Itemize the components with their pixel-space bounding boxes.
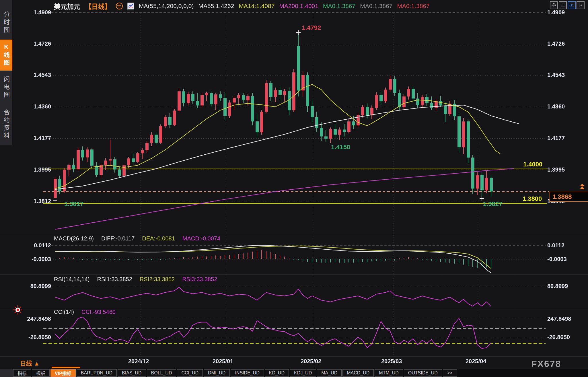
price-label-left: 1.4177 [25,135,51,141]
macd-axis-left: -0.0003 [25,256,51,263]
macd-title-row: MACD(26,12,9) DIFF:-0.0117 DEA:-0.0081 M… [54,235,220,242]
rsi-axis-left: 80.8999 [25,283,51,289]
ma55-value: MA55:1.4262 [198,3,234,9]
price-label-right: 1.4177 [547,135,565,141]
current-period-label[interactable]: 日线 ▲ [20,359,40,367]
auto-scale-icon[interactable] [568,1,576,9]
price-label-left: 1.3812 [25,198,51,205]
sidebar-item-lightning-chart[interactable]: 闪电图 [0,72,12,103]
date-label: 2025/03 [381,358,402,365]
axis-scale-icon[interactable] [559,1,567,9]
level-label-upper: 1.4000 [523,161,542,168]
tab-boll-ud[interactable]: BOLL_UD [147,369,176,377]
macd-diff-value: DIFF:-0.0117 [101,235,135,242]
macd-axis-right: 0.0112 [547,242,564,249]
price-label-left: 1.4360 [25,103,51,110]
indicator-tab-bar: 指标 模板 VIP指标 BARUPDN_UD BIAS_UD BOLL_UD C… [0,369,588,377]
annotation-right-low: 1.3827 [483,200,502,208]
chart-window: 分时图 K线图 闪电图 合约资料 美元加元 【日线】 MA(55,14,200,… [0,0,588,377]
circle-plus-icon[interactable] [116,3,123,9]
sidebar: 分时图 K线图 闪电图 合约资料 [0,0,12,145]
price-label-right: 1.4726 [547,40,565,47]
tab-bias-ud[interactable]: BIAS_UD [118,369,146,377]
candlestick-chart-canvas[interactable] [0,0,588,377]
ma14-value: MA14:1.4087 [239,3,274,9]
cci-axis-right: -26.8650 [547,334,570,341]
tab-indicator[interactable]: 指标 [13,369,31,377]
price-label-right: 1.4360 [547,103,565,110]
tab-dmi-ud[interactable]: DMI_UD [204,369,230,377]
tab-template[interactable]: 模板 [32,369,50,377]
sidebar-item-candle-chart[interactable]: K线图 [0,40,12,71]
annotation-left-low: 1.3817 [64,200,83,208]
rsi-axis-right: 80.8999 [547,283,568,289]
date-label: 2025/01 [213,358,233,365]
rsi-title-row: RSI(14,14,14) RSI1:33.3852 RSI2:33.3852 … [54,276,217,283]
ma200-value: MA200:1.4001 [279,3,318,9]
cci-axis-left: -26.8650 [25,334,51,341]
tab-inside-ud[interactable]: INSIDE_UD [231,369,264,377]
price-label-right: 1.3995 [547,166,565,173]
tab-kdj-ud[interactable]: KDJ_UD [290,369,316,377]
date-label: 2025/02 [301,358,321,365]
tab-mtm-ud[interactable]: MTM_UD [375,369,403,377]
ma0-value-green: MA0:1.3867 [323,3,355,9]
sidebar-item-time-chart[interactable]: 分时图 [0,7,12,38]
date-label: 2024/12 [128,358,149,365]
price-label-left: 1.3995 [25,166,51,173]
ma0-value-gray: MA0:1.3867 [360,3,392,9]
horizontal-scrollbar[interactable] [52,367,80,368]
cci-title-row: CCI(14) CCI:-93.5460 [54,309,116,315]
period-tag: 【日线】 [85,1,111,11]
macd-macd-value: MACD:-0.0074 [182,235,220,242]
cci-value: CCI:-93.5460 [81,309,116,315]
tab-ma-ud[interactable]: MA_UD [317,369,342,377]
rsi2-value: RSI2:33.3852 [140,276,175,283]
rsi-params: RSI(14,14,14) [54,276,90,283]
date-label: 2025/04 [466,358,486,365]
rsi1-value: RSI1:33.3852 [97,276,132,283]
cci-axis-left: 247.8498 [25,316,51,322]
tab-outside-ud[interactable]: OUTSIDE_UD [404,369,442,377]
price-label-left: 1.4909 [25,9,51,16]
annotation-high: 1.4792 [302,24,321,32]
record-indicator-icon[interactable] [13,305,23,316]
symbol-name: 美元加元 [54,1,80,11]
annotation-mid-low: 1.4150 [331,143,350,151]
chart-style-icon[interactable] [127,3,134,9]
price-label-left: 1.4726 [25,40,51,47]
macd-axis-left: 0.0112 [25,242,51,249]
shift-right-icon[interactable] [577,1,585,9]
tab-macd-ud[interactable]: MACD_UD [342,369,374,377]
macd-params: MACD(26,12,9) [54,235,94,242]
price-label-left: 1.4543 [25,72,51,78]
tab-barupdn-ud[interactable]: BARUPDN_UD [77,369,117,377]
tab-vip-indicator[interactable]: VIP指标 [50,369,76,377]
chart-header: 美元加元 【日线】 MA(55,14,200,0,0,0) MA55:1.426… [54,2,430,10]
sidebar-item-contract-info[interactable]: 合约资料 [0,104,12,145]
price-label-right: 1.4543 [547,72,565,78]
ma-settings: MA(55,14,200,0,0,0) [139,3,194,9]
tabbar-spacer [0,369,13,377]
tab-more[interactable]: >> [443,369,457,377]
rsi3-value: RSI3:33.3852 [182,276,217,283]
cci-axis-right: 247.8498 [547,316,571,322]
chart-toolbar [550,1,585,9]
last-price-tag: 1.3868 [550,192,588,202]
price-label-right: 1.4909 [547,9,565,16]
pan-move-icon[interactable] [550,1,558,9]
ma0-value-red: MA0:1.3867 [397,3,429,9]
tab-kd-ud[interactable]: KD_UD [265,369,289,377]
fx678-watermark: FX678 [531,359,561,369]
tab-cci-ud[interactable]: CCI_UD [177,369,203,377]
macd-axis-right: -0.0003 [547,256,567,263]
level-label-lower: 1.3800 [523,195,542,203]
cci-params: CCI(14) [54,309,74,315]
macd-dea-value: DEA:-0.0081 [142,235,175,242]
